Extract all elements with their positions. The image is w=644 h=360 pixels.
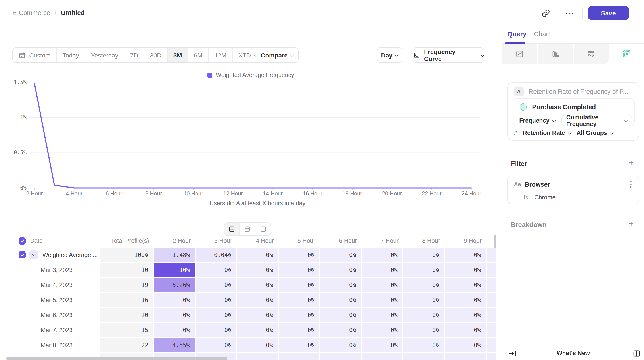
cell-value: 0% <box>279 248 320 263</box>
add-breakdown-button[interactable]: + <box>627 220 635 228</box>
header-total: Total Profile(s) <box>100 234 154 248</box>
filter-card: Aa Browser ••• Is Chrome <box>507 176 639 204</box>
cell-value: 0% <box>237 338 279 353</box>
series-badge[interactable]: A <box>514 87 524 96</box>
report-title[interactable]: Untitled <box>61 9 85 16</box>
cell-value: 0% <box>445 263 486 278</box>
range-custom[interactable]: Custom <box>13 48 56 62</box>
frequency-dropdown[interactable]: Frequency <box>517 117 558 124</box>
cell-value <box>320 353 362 360</box>
cell-value: 0% <box>445 338 486 353</box>
header-hour: 7 Hour <box>362 234 404 248</box>
range-30d[interactable]: 30D <box>144 48 168 62</box>
save-button[interactable]: Save <box>588 6 629 20</box>
ellipsis-icon[interactable] <box>565 8 574 18</box>
link-icon[interactable] <box>541 8 551 18</box>
cell-value: 0% <box>404 293 445 308</box>
groups-dropdown[interactable]: All Groups <box>576 130 613 136</box>
series-title-input[interactable]: Retention Rate of Frequency of P... <box>528 88 628 95</box>
vertical-scrollbar[interactable] <box>494 235 496 248</box>
event-row[interactable]: Purchase Completed <box>519 102 596 112</box>
cell-value: 0% <box>362 308 404 323</box>
cell-value: 0% <box>486 323 496 338</box>
whats-new-link[interactable]: What's New <box>502 350 644 356</box>
x-tick-label: 14 Hour <box>263 190 283 197</box>
cell-total: 20 <box>100 308 154 323</box>
x-tick-label: 24 Hour <box>462 190 481 197</box>
table-row: Mar 4, 2023195.26%0%0%0%0%0%0%0%0% <box>11 278 496 293</box>
select-all-checkbox[interactable] <box>18 237 26 244</box>
cell-value: 0% <box>320 293 362 308</box>
range-7d[interactable]: 7D <box>124 48 144 62</box>
frequency-chart <box>0 0 502 209</box>
row-checkbox[interactable] <box>18 251 26 258</box>
tab-query[interactable]: Query <box>507 30 526 38</box>
breadcrumb-separator: / <box>54 9 56 16</box>
series-title-row: A Retention Rate of Frequency of P... <box>514 86 634 97</box>
range-6m[interactable]: 6M <box>188 48 209 62</box>
chevron-down-icon <box>610 131 614 134</box>
split-panel-icon[interactable] <box>632 350 641 358</box>
cell-value: 0% <box>154 293 196 308</box>
event-name: Purchase Completed <box>532 104 596 110</box>
add-filter-button[interactable]: + <box>627 159 635 167</box>
panel-bottom-icon[interactable] <box>255 223 271 235</box>
horizontal-scrollbar[interactable] <box>6 357 227 360</box>
breadcrumb-project[interactable]: E-Commerce <box>12 9 50 16</box>
filter-value: Chrome <box>534 194 556 201</box>
chart-view-dropdown[interactable]: Frequency Curve <box>413 47 484 63</box>
range-yesterday[interactable]: Yesterday <box>85 48 124 62</box>
layout-toggle-group <box>224 222 271 236</box>
cell-value: 0% <box>279 308 320 323</box>
cell-value: 0% <box>196 278 237 293</box>
header-hour: 2 Hour <box>154 234 196 248</box>
compare-button[interactable]: Compare <box>256 47 298 63</box>
x-tick-label: 10 Hour <box>184 190 203 197</box>
expand-row-button[interactable] <box>29 250 38 259</box>
bar-chart-icon[interactable] <box>538 44 574 64</box>
hexagon-icon <box>519 102 527 112</box>
header-hour: 6 Hour <box>320 234 362 248</box>
table-row: Mar 7, 2023150%0%0%0%0%0%0%0%0% <box>11 323 496 338</box>
range-today[interactable]: Today <box>56 48 85 62</box>
granularity-dropdown[interactable]: Day <box>377 47 402 63</box>
cell-value: 0% <box>486 338 496 353</box>
line-chart-icon[interactable] <box>502 44 538 64</box>
cell-value: 0% <box>486 263 496 278</box>
filter-condition-row[interactable]: Is Chrome <box>524 194 556 201</box>
cell-value: 0% <box>196 323 237 338</box>
kebab-icon[interactable]: ••• <box>628 180 634 188</box>
cell-value: 5.26% <box>154 278 196 293</box>
frequency-type-dropdown[interactable]: Cumulative Frequency <box>562 115 632 126</box>
number-icon: # <box>514 130 517 136</box>
header-hour: 9 Hour <box>445 234 486 248</box>
x-tick-label: 12 Hour <box>223 190 243 197</box>
measure-dropdown[interactable]: Retention Rate <box>523 130 571 136</box>
cell-value: 0% <box>320 323 362 338</box>
topbar-divider <box>582 8 582 18</box>
table-header-row: Date Total Profile(s) 2 Hour 3 Hour 4 Ho… <box>11 234 496 248</box>
cell-value: 0% <box>404 338 445 353</box>
retention-grid-icon[interactable] <box>609 44 644 64</box>
cell-value: 0% <box>362 248 404 263</box>
range-12m[interactable]: 12M <box>209 48 233 62</box>
cell-date: Mar 5, 2023 <box>11 293 100 308</box>
flows-icon[interactable] <box>574 44 609 64</box>
cell-value: 0% <box>237 248 279 263</box>
panel-top-icon[interactable] <box>240 223 255 235</box>
cell-total: 100% <box>100 248 154 263</box>
filter-property-row[interactable]: Aa Browser <box>514 180 634 189</box>
cell-value: 0% <box>196 293 237 308</box>
cell-value: 0% <box>404 263 445 278</box>
cell-value <box>486 353 496 360</box>
x-tick-label: 4 Hour <box>66 190 82 197</box>
cell-value: 1.48% <box>154 248 196 263</box>
split-horizontal-icon[interactable] <box>224 223 240 235</box>
legend-item[interactable]: Weighted Average Frequency <box>208 72 294 78</box>
panel-footer: What's New <box>502 347 644 360</box>
range-3m[interactable]: 3M <box>168 48 188 62</box>
tab-chart[interactable]: Chart <box>534 30 550 38</box>
header-date: Date <box>11 234 100 248</box>
chart-type-row <box>502 44 644 64</box>
cell-value: 0% <box>237 308 279 323</box>
